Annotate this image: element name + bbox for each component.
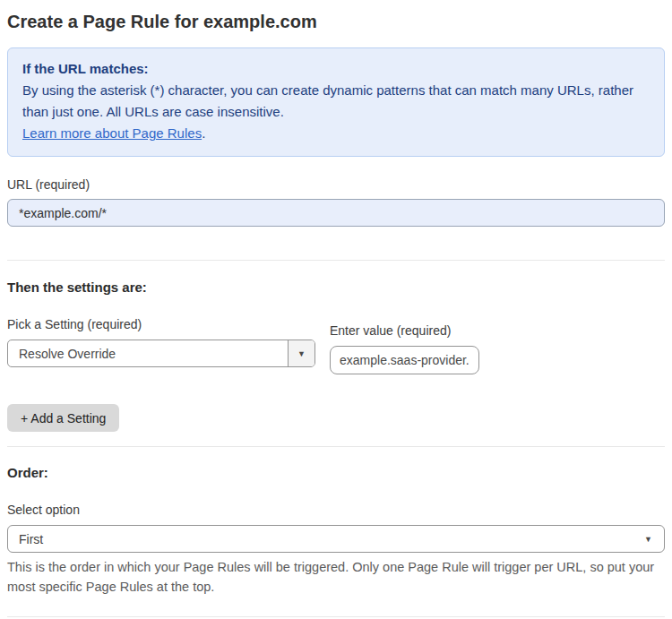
chevron-down-icon[interactable]: ▼ bbox=[288, 340, 314, 366]
order-heading: Order: bbox=[7, 465, 665, 481]
divider bbox=[7, 260, 665, 261]
divider bbox=[7, 616, 665, 617]
order-select[interactable]: First ▼ bbox=[7, 525, 665, 553]
order-select-label: Select option bbox=[7, 503, 665, 518]
learn-more-link[interactable]: Learn more about Page Rules bbox=[22, 125, 202, 141]
chevron-down-icon: ▼ bbox=[644, 535, 664, 544]
settings-row: Pick a Setting (required) Resolve Overri… bbox=[7, 317, 665, 374]
value-label: Enter value (required) bbox=[330, 323, 479, 339]
url-match-info-box: If the URL matches: By using the asteris… bbox=[7, 47, 665, 157]
order-select-value: First bbox=[8, 532, 644, 546]
url-input[interactable] bbox=[7, 199, 665, 227]
setting-label: Pick a Setting (required) bbox=[7, 317, 315, 332]
url-label: URL (required) bbox=[7, 177, 665, 193]
info-box-heading: If the URL matches: bbox=[22, 58, 650, 80]
divider bbox=[7, 446, 665, 447]
setting-picker-column: Pick a Setting (required) Resolve Overri… bbox=[7, 317, 315, 374]
settings-heading: Then the settings are: bbox=[7, 279, 665, 296]
setting-value-column: Enter value (required) bbox=[330, 323, 479, 374]
setting-select[interactable]: Resolve Override ▼ bbox=[7, 340, 315, 367]
add-setting-button[interactable]: + Add a Setting bbox=[7, 404, 119, 432]
page-title: Create a Page Rule for example.com bbox=[7, 10, 665, 33]
order-help-text: This is the order in which your Page Rul… bbox=[7, 558, 665, 597]
info-box-body: By using the asterisk (*) character, you… bbox=[22, 80, 650, 123]
create-page-rule-form: Create a Page Rule for example.com If th… bbox=[0, 10, 672, 619]
setting-value-input[interactable] bbox=[330, 346, 479, 374]
link-period: . bbox=[202, 125, 205, 141]
setting-select-value: Resolve Override bbox=[8, 347, 288, 361]
info-link-row: Learn more about Page Rules. bbox=[22, 123, 650, 144]
